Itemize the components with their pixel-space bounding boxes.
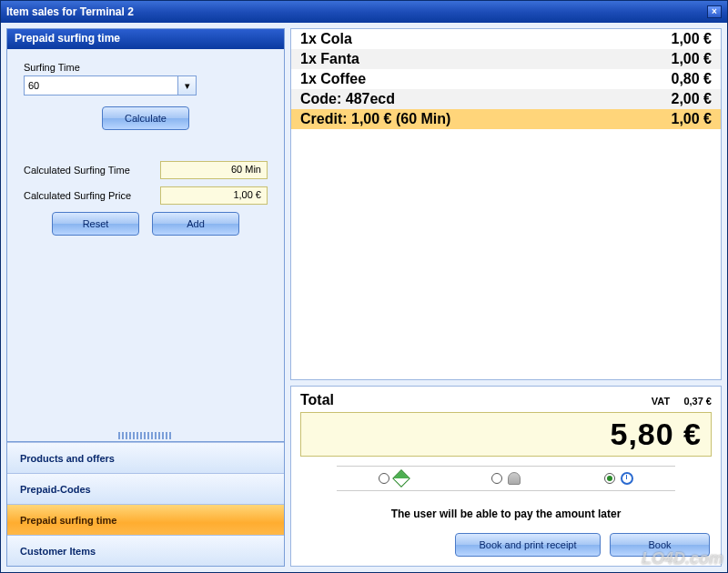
resize-grip-icon[interactable] xyxy=(118,432,173,439)
left-pane: Prepaid surfing time Surfing Time ▾ Calc… xyxy=(6,28,285,567)
window-body: Prepaid surfing time Surfing Time ▾ Calc… xyxy=(1,23,727,572)
chevron-down-icon[interactable]: ▾ xyxy=(178,75,197,96)
item-price: 0,80 € xyxy=(672,71,712,87)
item-row[interactable]: 1x Fanta1,00 € xyxy=(291,49,721,69)
item-row[interactable]: Code: 487ecd2,00 € xyxy=(291,89,721,109)
pay-option-later[interactable] xyxy=(604,472,633,485)
window: Item sales for Terminal 2 × Prepaid surf… xyxy=(0,0,728,573)
surfing-time-label: Surfing Time xyxy=(24,62,268,73)
payment-options xyxy=(337,466,675,491)
item-price: 1,00 € xyxy=(672,51,712,67)
item-price: 1,00 € xyxy=(672,111,712,127)
calc-time-value: 60 Min xyxy=(160,161,268,179)
surfing-time-input[interactable] xyxy=(24,75,178,96)
calc-price-label: Calculated Surfing Price xyxy=(24,190,153,201)
surfing-time-combo[interactable]: ▾ xyxy=(24,75,197,96)
clock-icon xyxy=(621,472,633,485)
item-price: 2,00 € xyxy=(672,91,712,107)
total-label: Total xyxy=(300,392,334,408)
accordion: Products and offers Prepaid-Codes Prepai… xyxy=(6,442,285,567)
calc-price-value: 1,00 € xyxy=(160,186,268,205)
vat-label: VAT xyxy=(652,396,670,407)
tag-icon xyxy=(392,469,410,488)
prepaid-panel: Prepaid surfing time Surfing Time ▾ Calc… xyxy=(6,28,285,442)
radio-icon xyxy=(604,473,615,484)
item-row[interactable]: 1x Coffee0,80 € xyxy=(291,69,721,89)
item-label: 1x Cola xyxy=(300,31,352,47)
user-icon xyxy=(508,472,521,485)
accordion-customer[interactable]: Customer Items xyxy=(7,535,284,566)
book-print-button[interactable]: Book and print receipt xyxy=(455,533,601,557)
pay-option-user[interactable] xyxy=(491,472,521,485)
radio-icon xyxy=(379,473,389,484)
close-icon[interactable]: × xyxy=(707,5,722,18)
reset-button[interactable]: Reset xyxy=(52,212,139,236)
right-pane: 1x Cola1,00 €1x Fanta1,00 €1x Coffee0,80… xyxy=(290,28,722,567)
accordion-codes[interactable]: Prepaid-Codes xyxy=(7,473,284,504)
pay-option-cash[interactable] xyxy=(379,472,408,485)
item-price: 1,00 € xyxy=(672,31,712,47)
add-button[interactable]: Add xyxy=(152,212,239,236)
book-button[interactable]: Book xyxy=(610,533,710,557)
window-title: Item sales for Terminal 2 xyxy=(6,5,134,18)
calculate-button[interactable]: Calculate xyxy=(102,106,189,130)
item-row[interactable]: Credit: 1,00 € (60 Min)1,00 € xyxy=(291,109,721,129)
items-list: 1x Cola1,00 €1x Fanta1,00 €1x Coffee0,80… xyxy=(290,28,722,380)
vat-value: 0,37 € xyxy=(683,396,712,407)
item-row[interactable]: 1x Cola1,00 € xyxy=(291,29,721,49)
panel-title: Prepaid surfing time xyxy=(7,29,284,49)
accordion-products[interactable]: Products and offers xyxy=(7,442,284,473)
titlebar: Item sales for Terminal 2 × xyxy=(1,1,727,23)
accordion-surfing[interactable]: Prepaid surfing time xyxy=(7,504,284,535)
total-box: Total VAT 0,37 € 5,80 € xyxy=(290,386,722,567)
calc-time-label: Calculated Surfing Time xyxy=(24,165,153,176)
item-label: 1x Coffee xyxy=(300,71,366,87)
total-amount: 5,80 € xyxy=(300,412,712,457)
radio-icon xyxy=(491,473,502,484)
item-label: Code: 487ecd xyxy=(300,91,395,107)
panel-body: Surfing Time ▾ Calculate Calculated Surf… xyxy=(7,49,284,430)
payment-message: The user will be able to pay the amount … xyxy=(300,508,712,520)
item-label: 1x Fanta xyxy=(300,51,359,67)
item-label: Credit: 1,00 € (60 Min) xyxy=(300,111,450,127)
